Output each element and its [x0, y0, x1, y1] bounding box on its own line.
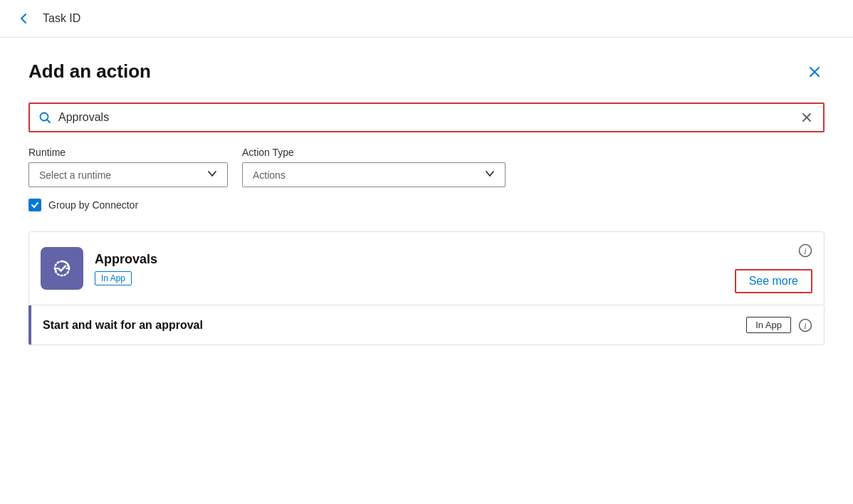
search-box [28, 103, 825, 132]
runtime-label: Runtime [28, 147, 228, 158]
svg-text:i: i [804, 321, 806, 331]
action-type-label: Action Type [242, 147, 506, 158]
action-right: In App i [746, 317, 812, 333]
header-bar: Task ID [0, 0, 853, 38]
connector-in-app-badge: In App [95, 271, 132, 285]
action-type-filter-group: Action Type Actions [242, 147, 506, 187]
runtime-dropdown[interactable]: Select a runtime [28, 162, 228, 187]
connector-card: Approvals In App i See more [28, 231, 825, 305]
main-panel: Add an action Runtime Select a runtime [0, 38, 853, 368]
action-in-app-badge: In App [746, 317, 791, 333]
panel-header: Add an action [28, 61, 825, 83]
close-button[interactable] [805, 62, 825, 82]
search-input[interactable] [58, 111, 799, 124]
runtime-filter-group: Runtime Select a runtime [28, 147, 228, 187]
panel-title: Add an action [28, 61, 151, 83]
back-button[interactable] [14, 9, 34, 28]
header-title: Task ID [43, 12, 80, 25]
action-info-button[interactable]: i [798, 318, 812, 332]
connector-section: Approvals In App i See more Start and wa… [28, 231, 825, 345]
group-by-row: Group by Connector [28, 199, 825, 211]
connector-info: Approvals In App [95, 252, 735, 285]
group-by-checkbox[interactable] [28, 199, 41, 211]
connector-name: Approvals [95, 252, 735, 267]
see-more-button[interactable]: See more [735, 269, 812, 293]
action-type-dropdown[interactable]: Actions [242, 162, 506, 187]
runtime-dropdown-arrow [207, 169, 217, 181]
search-icon [38, 111, 51, 124]
runtime-dropdown-text: Select a runtime [39, 169, 111, 181]
connector-actions: i See more [735, 243, 812, 293]
action-name: Start and wait for an approval [43, 319, 746, 332]
action-row[interactable]: Start and wait for an approval In App i [28, 305, 825, 345]
group-by-label: Group by Connector [48, 199, 138, 211]
filters-row: Runtime Select a runtime Action Type Act… [28, 147, 825, 187]
action-type-dropdown-arrow [485, 169, 495, 181]
search-clear-button[interactable] [799, 110, 815, 125]
svg-text:i: i [804, 246, 806, 256]
connector-icon [41, 247, 83, 290]
connector-info-button[interactable]: i [798, 243, 812, 258]
action-type-dropdown-text: Actions [253, 169, 286, 181]
